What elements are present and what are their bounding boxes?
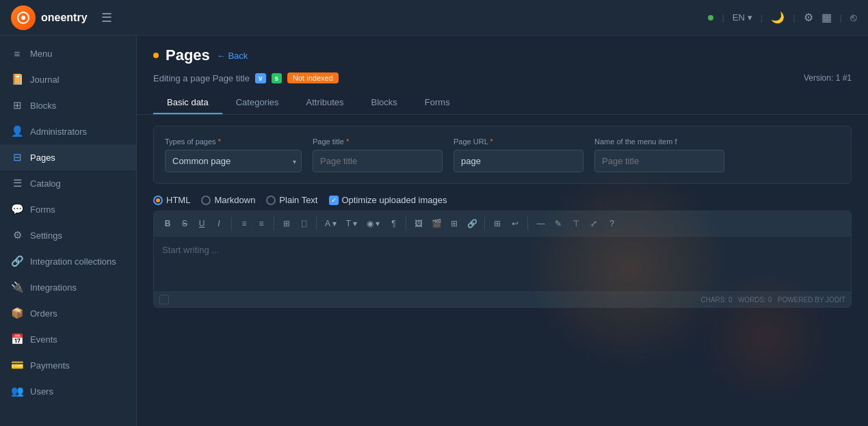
superscript-button[interactable]: ⊤ — [568, 215, 584, 232]
editing-label: Editing a page Page title — [153, 73, 250, 83]
editing-row: Editing a page Page title v s Not indexe… — [137, 67, 868, 83]
form-group-page-url: Page URL * — [453, 137, 583, 172]
page-title-input[interactable] — [313, 150, 443, 172]
editor-section: HTML Markdown Plain Text ✓ Optimize uplo… — [137, 195, 868, 319]
background-color-dropdown[interactable]: ◉ ▾ — [363, 217, 384, 230]
sidebar-item-catalog[interactable]: ☰ Catalog — [0, 170, 136, 196]
sidebar-item-payments[interactable]: 💳 Payments — [0, 352, 136, 378]
bold-button[interactable]: B — [159, 215, 176, 232]
format-plain-option[interactable]: Plain Text — [266, 195, 317, 205]
font-color-dropdown[interactable]: A ▾ — [321, 217, 341, 230]
separator-1 — [231, 217, 232, 230]
settings-icon[interactable]: ⚙ — [804, 11, 813, 24]
edit-button[interactable]: ✎ — [550, 215, 566, 232]
form-section: Types of pages * Common page Landing pag… — [137, 115, 868, 195]
page-title: Pages — [166, 46, 210, 64]
help-button[interactable]: ? — [603, 215, 620, 232]
logo[interactable]: oneentry — [11, 5, 88, 30]
tab-forms[interactable]: Forms — [411, 92, 464, 114]
logout-icon[interactable]: ⎋ — [850, 12, 857, 24]
editor-footer-left — [159, 295, 169, 304]
video-button[interactable]: 🎬 — [428, 215, 445, 232]
strikethrough-button[interactable]: S — [176, 215, 193, 232]
tab-attributes[interactable]: Attributes — [293, 92, 358, 114]
form-group-menu-name: Name of the menu item f — [594, 137, 724, 172]
resize-handle-icon[interactable] — [159, 295, 169, 304]
sidebar-item-users[interactable]: 👥 Users — [0, 378, 136, 404]
ordered-list-button[interactable]: ≡ — [253, 215, 269, 232]
undo-button[interactable]: ↩ — [507, 215, 523, 232]
tab-basic-data[interactable]: Basic data — [153, 92, 222, 114]
hamburger-icon[interactable]: ☰ — [101, 10, 112, 25]
hr-button[interactable]: — — [532, 215, 549, 232]
separator-6 — [527, 217, 528, 230]
integration-collections-icon: 🔗 — [11, 255, 23, 267]
optimize-checkbox[interactable]: ✓ — [329, 196, 339, 205]
payments-icon: 💳 — [11, 359, 23, 371]
form-group-page-title: Page title * — [313, 137, 443, 172]
logo-text: oneentry — [41, 12, 88, 24]
forms-icon: 💬 — [11, 203, 23, 215]
format-html-option[interactable]: HTML — [153, 195, 190, 205]
back-button[interactable]: ← Back — [217, 51, 248, 61]
sidebar-item-orders[interactable]: 📦 Orders — [0, 300, 136, 326]
page-url-input[interactable] — [453, 150, 583, 172]
insert-block-button[interactable]: ⎕ — [295, 215, 312, 232]
sidebar-item-forms[interactable]: 💬 Forms — [0, 196, 136, 222]
moon-icon[interactable]: 🌙 — [771, 11, 785, 24]
form-row: Types of pages * Common page Landing pag… — [153, 126, 852, 184]
sidebar-item-settings[interactable]: ⚙ Settings — [0, 222, 136, 248]
sidebar-item-integrations[interactable]: 🔌 Integrations — [0, 274, 136, 300]
menu-name-input[interactable] — [594, 150, 724, 172]
markdown-radio[interactable] — [201, 196, 211, 205]
sidebar-item-menu[interactable]: ≡ Menu — [0, 41, 136, 66]
plain-radio[interactable] — [266, 196, 276, 205]
language-selector[interactable]: EN ▾ — [733, 12, 752, 23]
layout: ≡ Menu 📔 Journal ⊞ Blocks 👤 Administrato… — [0, 36, 868, 426]
format-row: HTML Markdown Plain Text ✓ Optimize uplo… — [153, 195, 852, 205]
separator-3 — [316, 217, 317, 230]
type-select-wrapper: Common page Landing page Blog post ▾ — [165, 150, 302, 172]
page-title-label: Page title * — [313, 137, 443, 146]
insert-group: ⊞ ⎕ — [278, 215, 312, 232]
paragraph-button[interactable]: ¶ — [385, 215, 402, 232]
type-select[interactable]: Common page Landing page Blog post — [165, 150, 302, 172]
administrators-icon: 👤 — [11, 125, 23, 137]
version-label: Version: 1 #1 — [804, 73, 852, 83]
sidebar-item-events[interactable]: 📅 Events — [0, 326, 136, 352]
unordered-list-button[interactable]: ≡ — [236, 215, 252, 232]
underline-button[interactable]: U — [194, 215, 210, 232]
font-size-dropdown[interactable]: T ▾ — [342, 217, 361, 230]
tab-blocks[interactable]: Blocks — [358, 92, 411, 114]
sidebar-item-pages[interactable]: ⊟ Pages — [0, 144, 136, 170]
link-button[interactable]: 🔗 — [464, 215, 480, 232]
table-button[interactable]: ⊞ — [446, 215, 462, 232]
blocks-icon: ⊞ — [11, 99, 23, 111]
tab-categories[interactable]: Categories — [222, 92, 293, 114]
optimize-images-option[interactable]: ✓ Optimize uploaded images — [329, 195, 447, 205]
catalog-icon: ☰ — [11, 177, 23, 189]
topbar: oneentry ☰ | EN ▾ | 🌙 | ⚙ ▦ | ⎋ — [0, 0, 868, 36]
sidebar-item-journal[interactable]: 📔 Journal — [0, 66, 136, 92]
sidebar-item-blocks[interactable]: ⊞ Blocks — [0, 92, 136, 118]
status-icon — [708, 15, 713, 21]
html-radio[interactable] — [153, 196, 163, 205]
journal-icon: 📔 — [11, 73, 23, 85]
fullscreen-button[interactable]: ⤢ — [586, 215, 602, 232]
grid-icon[interactable]: ▦ — [821, 11, 832, 24]
logo-icon — [11, 5, 36, 30]
image-button[interactable]: 🖼 — [410, 215, 427, 232]
sidebar-item-integration-collections[interactable]: 🔗 Integration collections — [0, 248, 136, 274]
page-url-label: Page URL * — [453, 137, 583, 146]
list-group: ≡ ≡ — [236, 215, 269, 232]
editor-footer: CHARS: 0 WORDS: 0 POWERED BY JODIT — [154, 291, 851, 307]
page-header: Pages ← Back — [137, 36, 868, 64]
italic-button[interactable]: I — [211, 215, 227, 232]
editor-body[interactable]: Start writing ... — [154, 237, 851, 291]
editor-footer-stats: CHARS: 0 WORDS: 0 POWERED BY JODIT — [700, 296, 845, 304]
align-button[interactable]: ⊞ — [489, 215, 505, 232]
separator-5 — [484, 217, 485, 230]
format-markdown-option[interactable]: Markdown — [201, 195, 255, 205]
insert-table-button[interactable]: ⊞ — [278, 215, 295, 232]
sidebar-item-administrators[interactable]: 👤 Administrators — [0, 118, 136, 144]
